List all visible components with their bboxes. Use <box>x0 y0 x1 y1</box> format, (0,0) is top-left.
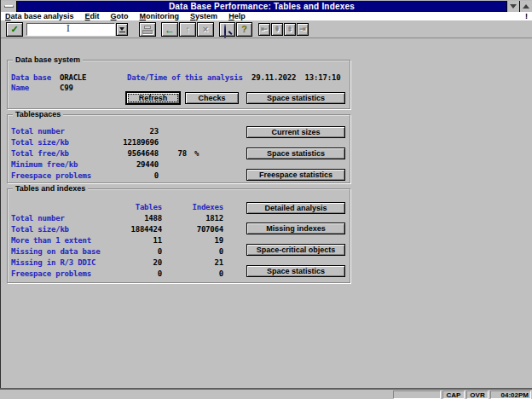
minimize-icon <box>510 4 517 9</box>
system-menu-button[interactable] <box>1 1 17 12</box>
checks-button[interactable]: Checks <box>185 92 239 104</box>
menu-item-edit[interactable]: Edit <box>85 12 100 20</box>
window-menu-icon <box>4 5 14 8</box>
question-icon: ? <box>241 25 247 34</box>
toolbar: ✓ I ← ↑ × ? ⇤ ⇞ <box>1 20 532 38</box>
indexes-value: 1812 <box>162 214 223 223</box>
freespace-statistics-button[interactable]: Freespace statistics <box>246 169 345 181</box>
group-database-system: Data base system Data base ORACLE Date/T… <box>7 60 350 109</box>
back-button[interactable]: ← <box>161 22 178 37</box>
stat-value: ORACLE <box>60 73 127 82</box>
page-up-button: ⇞ <box>271 23 283 36</box>
status-message <box>0 390 392 399</box>
find-button[interactable] <box>219 22 235 37</box>
db-row: Data base ORACLE Date/Time of this analy… <box>11 73 348 82</box>
stat-percent: 78 <box>159 149 187 158</box>
tables-value: 0 <box>110 247 162 256</box>
stat-label: Total size/kb <box>11 138 110 147</box>
print-button <box>139 22 156 37</box>
stat-value: 0 <box>110 171 159 180</box>
stat-label: Total free/kb <box>11 149 110 158</box>
stat-value: 12189696 <box>110 138 159 147</box>
page-up-icon: ⇞ <box>274 26 280 33</box>
menu-item-data-base-analysis[interactable]: Data base analysis <box>5 12 74 20</box>
current-sizes-button[interactable]: Current sizes <box>246 126 345 138</box>
detailed-analysis-button[interactable]: Detailed analysis <box>246 202 345 214</box>
first-page-icon: ⇤ <box>261 26 268 33</box>
window-title: Data Base Performance: Tables and Indexe… <box>17 1 506 12</box>
indexes-value: 707064 <box>162 225 223 234</box>
command-input[interactable] <box>27 28 114 39</box>
menu-items: Data base analysisEditGotoMonitoringSyst… <box>1 12 525 20</box>
tables-value: 11 <box>110 236 162 245</box>
stat-row: Total number 1488 1812 <box>11 214 348 223</box>
column-header-indexes: Indexes <box>162 203 223 211</box>
stat-value: 23 <box>110 127 159 136</box>
menu-item-system[interactable]: System <box>190 12 217 20</box>
indexes-value: 0 <box>162 247 223 256</box>
check-icon: ✓ <box>10 25 18 34</box>
group-tablespaces: Tablespaces Total number 23 Total size/k… <box>7 114 350 183</box>
refresh-button[interactable]: Refresh <box>126 92 180 104</box>
indexes-value: 19 <box>162 236 223 245</box>
command-dropdown-button[interactable] <box>116 23 128 36</box>
group-title: Data base system <box>13 56 83 64</box>
percent-sign: % <box>194 149 199 158</box>
column-header-tables: Tables <box>110 203 162 211</box>
stat-label: Total size/kb <box>11 225 110 234</box>
status-spacer-cell <box>393 390 441 399</box>
first-page-button: ⇤ <box>258 23 270 36</box>
last-page-button: ⇥ <box>297 23 309 36</box>
menu-item-goto[interactable]: Goto <box>111 12 129 20</box>
ts-space-statistics-button[interactable]: Space statistics <box>246 147 345 159</box>
group-title: Tables and indexes <box>13 185 88 193</box>
stat-label: Name <box>11 84 60 92</box>
x-icon: × <box>203 25 208 34</box>
group-title: Tablespaces <box>13 111 63 119</box>
stat-label: Missing on data base <box>11 247 110 256</box>
page-down-button: ⇟ <box>284 23 296 36</box>
stat-row: Minimum free/kb 29440 <box>11 160 348 169</box>
stat-label: Minimum free/kb <box>11 160 110 169</box>
stat-label: Missing in R/3 DDIC <box>11 258 110 267</box>
screen-body: Data base system Data base ORACLE Date/T… <box>1 38 532 388</box>
stat-label: Total number <box>11 127 110 136</box>
stat-label: More than 1 extent <box>11 236 110 245</box>
stat-value: C99 <box>60 84 127 92</box>
menu-overflow-indicator: ! <box>525 12 532 20</box>
maximize-icon <box>523 4 529 9</box>
stat-value: 29440 <box>110 160 159 169</box>
stat-label: Freespace problems <box>11 171 110 180</box>
stat-row: Total size/kb 12189696 <box>11 138 348 147</box>
stat-label: Total number <box>11 214 110 223</box>
back-arrow-icon: ← <box>165 25 175 35</box>
help-button[interactable]: ? <box>236 22 252 37</box>
ovr-indicator: OVR <box>466 390 489 399</box>
magnifier-icon <box>224 25 232 32</box>
exit-button: ↑ <box>179 22 196 37</box>
menu-item-monitoring[interactable]: Monitoring <box>140 12 180 20</box>
maximize-button[interactable] <box>519 1 532 12</box>
group-tables-indexes: Tables and indexes Tables Indexes Total … <box>7 188 350 283</box>
tables-value: 1884424 <box>110 225 162 234</box>
menu-bar: Data base analysisEditGotoMonitoringSyst… <box>1 12 532 20</box>
enter-button[interactable]: ✓ <box>6 22 23 37</box>
tables-value: 20 <box>110 258 162 267</box>
printer-icon <box>142 26 153 34</box>
command-field-wrap <box>26 23 115 36</box>
menu-item-help[interactable]: Help <box>228 12 246 20</box>
space-critical-objects-button[interactable]: Space-critical objects <box>246 244 345 256</box>
stat-value: 29.11.2022 13:17:10 <box>252 73 340 82</box>
stat-label: Data base <box>11 73 60 82</box>
minimize-button[interactable] <box>506 1 519 12</box>
ti-space-statistics-button[interactable]: Space statistics <box>246 265 345 277</box>
title-bar: Data Base Performance: Tables and Indexe… <box>1 1 532 12</box>
db-space-statistics-button[interactable]: Space statistics <box>246 92 345 104</box>
sap-window: Data Base Performance: Tables and Indexe… <box>0 0 532 399</box>
tables-value: 0 <box>110 269 162 278</box>
missing-indexes-button[interactable]: Missing indexes <box>246 223 345 234</box>
stat-label: Freespace problems <box>11 269 110 278</box>
last-page-icon: ⇥ <box>299 26 306 33</box>
status-bar: CAP OVR 04:02PM <box>0 388 532 399</box>
cap-indicator: CAP <box>442 390 465 399</box>
